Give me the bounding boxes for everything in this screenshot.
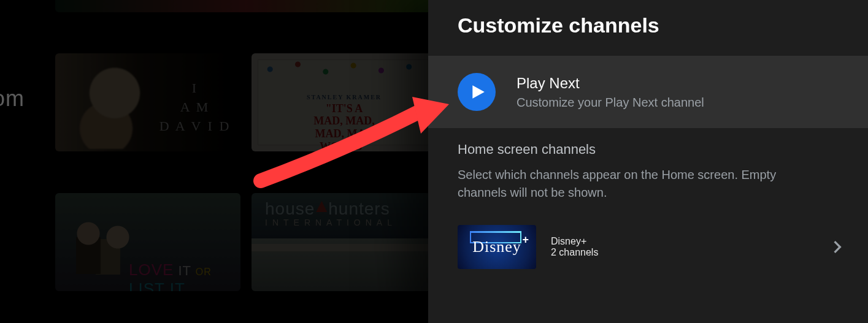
poster-text: I <box>158 79 232 98</box>
app-thumb-text: Disney <box>472 238 521 256</box>
poster-text: MAD, MAD, <box>252 115 437 127</box>
app-thumbnail: Disney + <box>458 225 536 269</box>
chevron-right-icon <box>825 240 850 254</box>
poster-text: MAD, MAD <box>252 127 437 140</box>
content-tile: STANLEY KRAMER "IT'S A MAD, MAD, MAD, MA… <box>252 53 437 151</box>
content-tile <box>55 0 437 12</box>
poster-text: house <box>265 199 315 218</box>
play-next-subtitle: Customize your Play Next channel <box>517 96 839 110</box>
content-tile: I A M D A V I D <box>55 53 240 151</box>
channel-row[interactable]: Disney + Disney+ 2 channels <box>428 207 868 269</box>
channel-count: 2 channels <box>551 247 825 258</box>
home-channels-section: Home screen channels Select which channe… <box>428 128 868 207</box>
poster-text: OR <box>196 267 212 277</box>
poster-text: INTERNATIONAL <box>265 218 397 227</box>
plus-icon: + <box>522 234 529 246</box>
poster-text: STANLEY KRAMER <box>252 94 437 101</box>
channel-app-name: Disney+ <box>551 236 825 247</box>
poster-text: "IT'S A <box>252 102 437 115</box>
poster-text: LOVE <box>129 260 174 279</box>
play-icon <box>458 73 496 111</box>
poster-text: WORLD" <box>252 140 437 151</box>
content-tile: LOVE IT OR LIST IT <box>55 193 240 291</box>
panel-title: Customize channels <box>428 0 868 56</box>
section-title: Home screen channels <box>458 142 839 158</box>
customize-channels-panel: Customize channels Play Next Customize y… <box>428 0 868 323</box>
poster-text: A M <box>158 98 232 117</box>
roof-icon <box>316 201 327 212</box>
poster-text: IT <box>174 263 195 278</box>
row-label-fragment: om <box>0 86 25 112</box>
poster-text: D A V I D <box>158 117 232 136</box>
play-next-title: Play Next <box>517 75 839 92</box>
poster-text: LIST IT <box>129 279 185 291</box>
content-tile: househunters INTERNATIONAL <box>252 193 437 291</box>
play-next-row[interactable]: Play Next Customize your Play Next chann… <box>428 56 868 128</box>
poster-text: hunters <box>328 199 390 218</box>
section-description: Select which channels appear on the Home… <box>458 166 839 202</box>
